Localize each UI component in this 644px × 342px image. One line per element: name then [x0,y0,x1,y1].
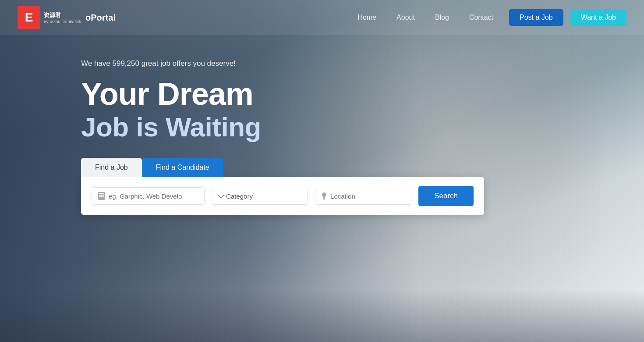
nav-blog[interactable]: Blog [427,10,457,25]
hero-content: We have 599,250 great job offers you des… [0,35,644,142]
logo-area: E 资源君 eyunzhu.com/vdisk oPortal [18,6,116,29]
want-job-button[interactable]: Want a Job [570,9,626,26]
location-input-wrap [315,188,411,205]
logo-site-name: oPortal [85,13,116,23]
search-button[interactable]: Search [418,186,474,206]
tab-find-job[interactable]: Find a Job [81,158,142,177]
logo-url: eyunzhu.com/vdisk [44,19,81,24]
hero-bottom-overlay [0,289,644,342]
category-select[interactable]: Category Design Development Marketing Fi… [226,192,301,200]
navbar: E 资源君 eyunzhu.com/vdisk oPortal Home Abo… [0,0,644,35]
hero-section: E 资源君 eyunzhu.com/vdisk oPortal Home Abo… [0,0,644,342]
hero-title-line1: Your Dream [81,77,644,111]
nav-home[interactable]: Home [350,10,384,25]
logo-text-block: 资源君 eyunzhu.com/vdisk [44,11,81,24]
post-job-button[interactable]: Post a Job [509,9,563,26]
search-box: Category Design Development Marketing Fi… [81,177,484,215]
logo-letter: E [25,11,33,24]
location-input[interactable] [330,192,405,200]
logo-badge: E [18,6,40,29]
keyword-input-wrap [92,187,205,205]
chevron-down-icon [218,192,224,199]
search-container: Find a Job Find a Candidate Category Des… [81,158,484,215]
nav-about[interactable]: About [389,10,423,25]
nav-contact[interactable]: Contact [461,10,501,25]
document-icon [98,192,105,200]
tab-row: Find a Job Find a Candidate [81,158,484,177]
logo-chinese-name: 资源君 [44,11,81,19]
tab-find-candidate[interactable]: Find a Candidate [142,158,223,177]
nav-links: Home About Blog Contact Post a Job Want … [350,9,626,26]
hero-subtitle: We have 599,250 great job offers you des… [81,59,644,68]
keyword-input[interactable] [109,192,198,200]
category-select-wrap: Category Design Development Marketing Fi… [212,188,308,205]
location-pin-icon [322,192,327,200]
hero-title-line2: Job is Waiting [81,111,644,142]
